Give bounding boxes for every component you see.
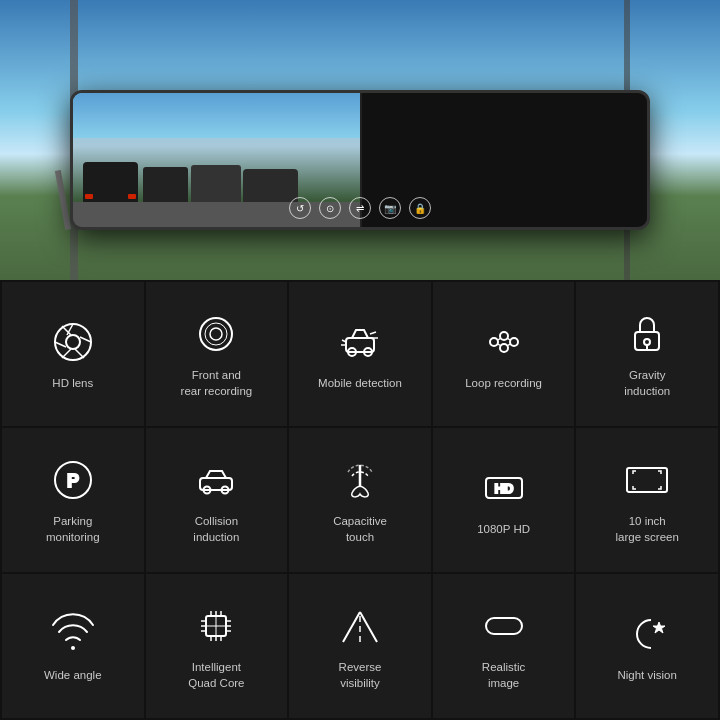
quad-core-label: IntelligentQuad Core (188, 659, 244, 691)
touch-label: Capacitivetouch (333, 513, 387, 545)
feature-hd-lens: HD lens (2, 282, 144, 426)
front-rear-label: Front andrear recording (181, 367, 253, 399)
svg-line-4 (75, 349, 84, 358)
reverse-label: Reversevisibility (339, 659, 382, 691)
svg-rect-57 (486, 618, 522, 634)
svg-point-21 (500, 344, 508, 352)
feature-parking: P Parkingmonitoring (2, 428, 144, 572)
mirror-device: 12:00 01/01 Mon. vejupit ↺ ⊙ ⇌ 📷 🔒 (70, 90, 650, 230)
mobile-detection-label: Mobile detection (318, 375, 402, 391)
svg-point-9 (210, 328, 222, 340)
feature-reverse: Reversevisibility (289, 574, 431, 718)
mirror-btn-3[interactable]: ⇌ (349, 197, 371, 219)
svg-line-22 (498, 338, 501, 340)
svg-line-53 (360, 612, 377, 642)
mobile-car-icon (335, 317, 385, 367)
feature-1080p: HD 1080P HD (433, 428, 575, 572)
features-grid: HD lens Front andrear recording (0, 280, 720, 720)
realistic-label: Realisticimage (482, 659, 525, 691)
svg-text:P: P (67, 471, 79, 491)
front-rear-icon (191, 309, 241, 359)
gravity-induction-label: Gravityinduction (624, 367, 670, 399)
lock-icon (622, 309, 672, 359)
parking-label: Parkingmonitoring (46, 513, 100, 545)
svg-line-5 (62, 349, 71, 358)
svg-line-23 (507, 338, 510, 340)
mirror-btn-4[interactable]: 📷 (379, 197, 401, 219)
svg-point-0 (55, 324, 91, 360)
mirror-btn-5[interactable]: 🔒 (409, 197, 431, 219)
loop-icon (479, 317, 529, 367)
road-icon (335, 601, 385, 651)
mirror-btn-2[interactable]: ⊙ (319, 197, 341, 219)
aperture-icon (48, 317, 98, 367)
wide-angle-label: Wide angle (44, 667, 102, 683)
feature-quad-core: IntelligentQuad Core (146, 574, 288, 718)
night-vision-label: Night vision (617, 667, 676, 683)
hd-badge-icon: HD (479, 463, 529, 513)
svg-line-6 (55, 342, 66, 347)
svg-text:HD: HD (494, 481, 513, 496)
feature-mobile-detection: Mobile detection (289, 282, 431, 426)
svg-marker-58 (653, 622, 665, 633)
front-camera-view: 12:00 01/01 Mon. vejupit (73, 227, 360, 230)
svg-point-18 (490, 338, 498, 346)
svg-line-16 (370, 332, 376, 334)
moon-star-icon (622, 609, 672, 659)
feature-night-vision: Night vision (576, 574, 718, 718)
feature-collision: Collisioninduction (146, 428, 288, 572)
loop-recording-label: Loop recording (465, 375, 542, 391)
svg-point-20 (510, 338, 518, 346)
feature-touch: Capacitivetouch (289, 428, 431, 572)
mirror-btn-1[interactable]: ↺ (289, 197, 311, 219)
hd-lens-label: HD lens (52, 375, 93, 391)
svg-line-3 (80, 337, 91, 342)
wide-angle-icon (48, 609, 98, 659)
parking-icon: P (48, 455, 98, 505)
svg-point-19 (500, 332, 508, 340)
feature-realistic: Realisticimage (433, 574, 575, 718)
svg-line-24 (507, 344, 510, 346)
hero-section: 12:00 01/01 Mon. vejupit ↺ ⊙ ⇌ 📷 🔒 (0, 0, 720, 280)
mirror-controls: ↺ ⊙ ⇌ 📷 🔒 (289, 197, 431, 219)
svg-line-25 (498, 344, 501, 346)
feature-gravity: Gravityinduction (576, 282, 718, 426)
10inch-label: 10 inchlarge screen (616, 513, 679, 545)
feature-wide-angle: Wide angle (2, 574, 144, 718)
collision-label: Collisioninduction (193, 513, 239, 545)
svg-point-1 (66, 335, 80, 349)
feature-loop-recording: Loop recording (433, 282, 575, 426)
collision-icon (191, 455, 241, 505)
touch-icon (335, 455, 385, 505)
mirror-shape-icon (479, 601, 529, 651)
svg-point-27 (644, 339, 650, 345)
svg-rect-11 (346, 338, 374, 352)
screen-icon (622, 455, 672, 505)
chip-icon (191, 601, 241, 651)
svg-line-52 (343, 612, 360, 642)
hero-overlay: 12:00 01/01 Mon. vejupit ↺ ⊙ ⇌ 📷 🔒 (0, 0, 720, 280)
feature-10inch: 10 inchlarge screen (576, 428, 718, 572)
feature-front-rear: Front andrear recording (146, 282, 288, 426)
1080p-label: 1080P HD (477, 521, 530, 537)
svg-point-10 (205, 323, 227, 345)
